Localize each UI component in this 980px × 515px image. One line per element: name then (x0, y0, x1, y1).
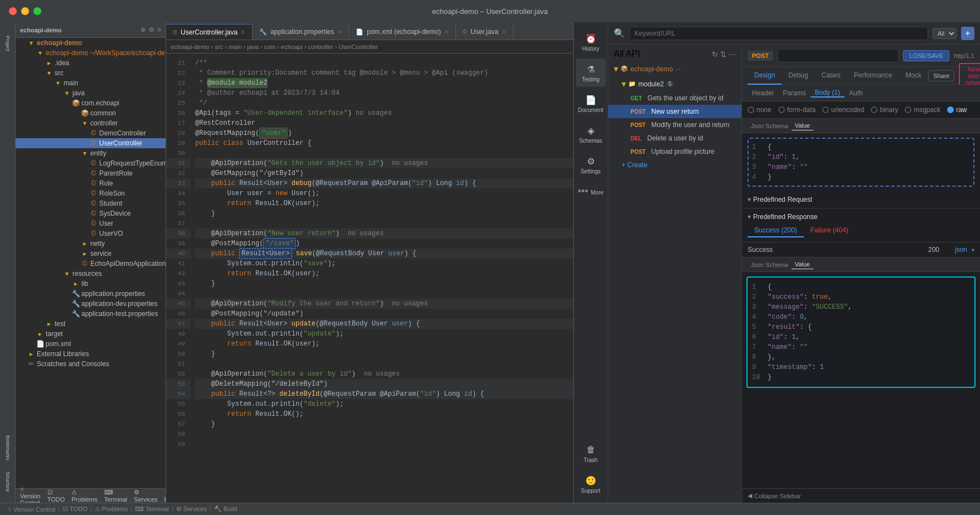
predefined-response-title[interactable]: ▾ Predefined Response (748, 213, 974, 221)
tree-item-idea[interactable]: ▸ .idea (16, 58, 166, 68)
tree-item-pom[interactable]: 📄 pom.xml (16, 339, 166, 349)
tab-json-schema-req[interactable]: Json Schema (748, 122, 792, 130)
tree-item-echoapidemo[interactable]: © EchoApiDemoApplication (16, 259, 166, 269)
sidebar-tab-bookmarks[interactable]: Bookmarks (2, 431, 14, 465)
editor-tab-user[interactable]: © User.java ✕ (456, 24, 513, 40)
api-nav-history[interactable]: ⏰ History (576, 28, 606, 56)
tree-item-main[interactable]: ▾ main (16, 78, 166, 88)
sidebar-tab-project[interactable]: Project (2, 27, 14, 60)
more-icon[interactable]: ⋯ (729, 50, 736, 59)
tree-item-uservo[interactable]: © UserVO (16, 229, 166, 239)
tab-performance[interactable]: Performance (847, 67, 899, 85)
tab-mock[interactable]: Mock (899, 67, 928, 85)
status-terminal[interactable]: ⌨ Terminal (132, 506, 172, 513)
api-tree-post-new-user[interactable]: POST New user return (608, 105, 741, 118)
api-tree-project-group[interactable]: ▾ 📦 echoapi-demo ··· (608, 61, 741, 76)
tab-params[interactable]: Params (778, 89, 810, 97)
tab-json-schema-resp[interactable]: Json Schema (748, 260, 792, 269)
tree-item-com-echoapi[interactable]: 📦 com.echoapi (16, 98, 166, 108)
tree-item-app-dev[interactable]: 🔧 application-dev.properties (16, 299, 166, 309)
tab-header[interactable]: Header (748, 89, 778, 97)
tab-close-user[interactable]: ✕ (502, 29, 506, 35)
tree-item-service[interactable]: ▸ service (16, 249, 166, 259)
body-type-formdata[interactable]: form-data (778, 106, 816, 114)
tree-item-sysdevice[interactable]: © SysDevice (16, 208, 166, 218)
api-nav-trash[interactable]: 🗑 Trash (576, 439, 606, 468)
body-type-binary[interactable]: binary (871, 106, 898, 114)
api-create-btn[interactable]: + Create (608, 158, 741, 172)
resp-tab-failure[interactable]: Failure (404) (804, 224, 855, 237)
share-button[interactable]: Share (928, 70, 954, 81)
code-content[interactable]: /** * Comment priority:Document comment … (191, 54, 573, 503)
tab-design[interactable]: Design (748, 67, 782, 85)
predefined-request-title[interactable]: ▾ Predefined Request (748, 196, 974, 203)
url-input[interactable] (778, 49, 899, 62)
minimize-button[interactable] (21, 7, 29, 15)
tree-item-java[interactable]: ▾ java (16, 88, 166, 98)
body-type-urlencoded[interactable]: urlencoded (822, 106, 864, 114)
api-tree-del-user[interactable]: DEL Delete a user by id (608, 132, 741, 145)
bottom-todo[interactable]: ☑ TODO (47, 489, 65, 503)
editor-tab-pom[interactable]: 📄 pom.xml (echoapi-demo) ✕ (349, 24, 456, 40)
tree-item-netty[interactable]: ▸ netty (16, 239, 166, 249)
refresh-icon[interactable]: ↻ (712, 50, 718, 59)
tab-value-resp[interactable]: Value (792, 260, 813, 269)
bottom-services[interactable]: ⚙ Services (134, 489, 157, 503)
chevron-down-icon-format[interactable]: ▾ (972, 247, 974, 253)
tree-item-target[interactable]: ▸ target (16, 329, 166, 339)
tree-item-role[interactable]: © Role (16, 178, 166, 188)
tree-item-common[interactable]: 📦 common (16, 108, 166, 118)
api-tree-post-modify[interactable]: POST Modify the user and return (608, 118, 741, 132)
status-build[interactable]: 🔨 Build (211, 506, 241, 513)
editor-tab-usercontroller[interactable]: © UserController.java ✕ (166, 24, 253, 40)
tree-item-parent-role[interactable]: © ParentRole (16, 168, 166, 178)
api-nav-settings[interactable]: ⚙ Settings (576, 150, 606, 179)
tree-item-resources[interactable]: ▾ resources (16, 269, 166, 279)
tree-item-entity[interactable]: ▾ entity (16, 148, 166, 158)
body-type-none[interactable]: none (748, 106, 772, 114)
bottom-version-control[interactable]: ⑂ Version Control (20, 486, 41, 503)
api-nav-more[interactable]: ••• More (578, 186, 603, 197)
api-tree-module-group[interactable]: ▾ 📁 module2 5 (608, 76, 741, 91)
tab-cases[interactable]: Cases (815, 67, 847, 85)
bottom-terminal[interactable]: ⌨ Terminal (104, 489, 128, 503)
status-problems[interactable]: ⚠ Problems (91, 506, 132, 513)
file-tree-icon-3[interactable]: ≡ (158, 26, 161, 33)
tree-item-external[interactable]: ▸ External Libraries (16, 349, 166, 359)
file-tree-icon-1[interactable]: ⊕ (140, 26, 145, 33)
tab-close-usercontroller[interactable]: ✕ (241, 29, 245, 35)
sidebar-tab-structure[interactable]: Structure (2, 465, 14, 498)
bottom-problems[interactable]: ⚠ Problems (71, 489, 97, 503)
editor-tab-app-props[interactable]: 🔧 application.properties ✕ (253, 24, 349, 40)
tab-value-req[interactable]: Value (792, 121, 813, 130)
tree-item-log[interactable]: © LogRequestTypeEnum (16, 158, 166, 168)
close-button[interactable] (9, 7, 17, 15)
tree-item-user[interactable]: © User (16, 218, 166, 229)
sync-icon[interactable]: ⇅ (720, 50, 726, 59)
editor-content[interactable]: 21 22 23 24 25 26 27 28 29 30 31 32 33 3… (166, 54, 573, 503)
resp-tab-success[interactable]: Success (200) (748, 224, 804, 237)
api-tree-post-upload[interactable]: POST Upload profile picture (608, 145, 741, 158)
collapse-sidebar-btn[interactable]: ◀ Collapse Sidebar (742, 488, 980, 503)
tree-item-demo-controller[interactable]: © DemoController (16, 128, 166, 138)
tab-auth[interactable]: Auth (845, 89, 867, 97)
status-todo[interactable]: ☑ TODO (59, 506, 90, 513)
tree-item-echoapi-demo[interactable]: ▾ echoapi-demo (16, 38, 166, 48)
api-nav-support[interactable]: 🙂 Support (576, 470, 606, 498)
tree-item-controller[interactable]: ▾ controller (16, 118, 166, 128)
add-api-button[interactable]: + (961, 27, 974, 40)
search-input[interactable] (629, 27, 928, 40)
tree-item-src[interactable]: ▾ src (16, 68, 166, 78)
api-tree-get-user[interactable]: GET Gets the user object by id (608, 91, 741, 105)
api-nav-schemas[interactable]: ◈ Schemas (576, 120, 606, 148)
tab-close-pom[interactable]: ✕ (444, 29, 449, 35)
tree-item-student[interactable]: © Student (16, 198, 166, 208)
body-type-msgpack[interactable]: msgpack (905, 106, 940, 114)
tree-item-workspace[interactable]: ▾ echoapi-demo ~/WorkSpace/echoapi-demo (16, 48, 166, 58)
tab-body[interactable]: Body (1) (811, 89, 845, 98)
tree-item-user-controller[interactable]: © UserController (16, 138, 166, 148)
tree-item-lib[interactable]: ▸ lib (16, 279, 166, 289)
tree-item-scratches[interactable]: ✏ Scratches and Consoles (16, 359, 166, 369)
file-tree-icon-2[interactable]: ⚙ (149, 26, 154, 33)
tab-debug[interactable]: Debug (782, 67, 814, 85)
